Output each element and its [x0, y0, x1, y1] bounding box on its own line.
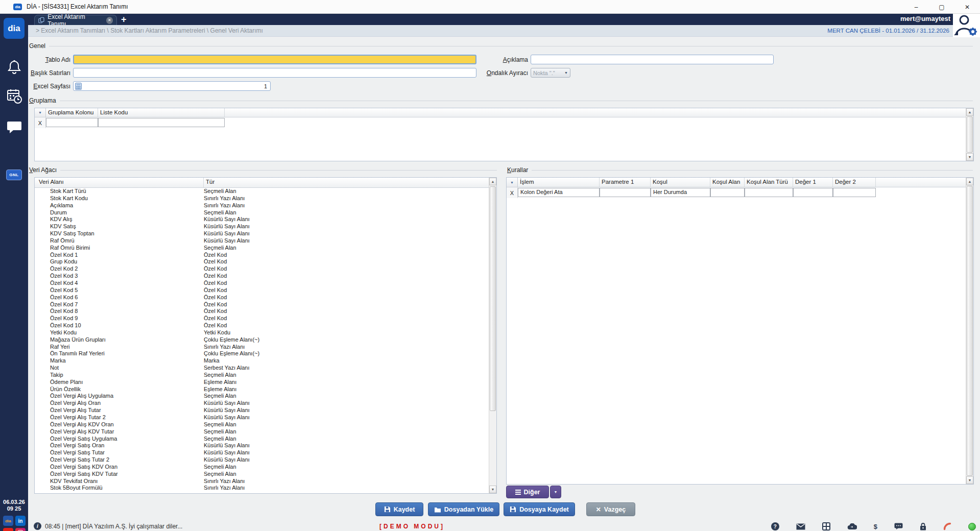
tree-row[interactable]: Özel Kod 8 Özel Kod	[35, 308, 490, 315]
tur-header[interactable]: Tür	[204, 178, 490, 187]
islem-header[interactable]: İşlem	[518, 178, 600, 187]
ondalik-ayiraci-select[interactable]: Nokta "." ▼	[531, 68, 570, 78]
gruplama-kolonu-cell[interactable]	[46, 118, 98, 127]
sms-icon[interactable]	[894, 523, 903, 530]
info-icon[interactable]: i	[34, 522, 41, 530]
linkedin-icon[interactable]: in	[15, 516, 26, 526]
tree-row[interactable]: Özel Kod 10 Özel Kod	[35, 322, 490, 329]
kosul-alan-turu-header[interactable]: Koşul Alan Türü	[745, 178, 793, 187]
aciklama-input[interactable]	[531, 55, 774, 64]
kosul-header[interactable]: Koşul	[651, 178, 710, 187]
scroll-thumb[interactable]	[967, 116, 973, 153]
youtube-icon[interactable]: ▶	[3, 528, 13, 531]
deger1-header[interactable]: Değer 1	[793, 178, 833, 187]
lock-icon[interactable]	[920, 523, 926, 530]
tree-row[interactable]: Açıklama Sınırlı Yazı Alanı	[35, 202, 490, 209]
maximize-button[interactable]: ▢	[929, 0, 954, 14]
parametre1-header[interactable]: Parametre 1	[600, 178, 651, 187]
tree-row[interactable]: Raf Ömrü Birimi Seçmeli Alan	[35, 245, 490, 252]
veri-agaci-scrollbar[interactable]: ▲ ▼	[489, 178, 496, 493]
tree-row[interactable]: Özel Vergi Satış Tutar 2 Küsürlü Sayı Al…	[35, 456, 490, 464]
deger1-cell[interactable]	[793, 188, 833, 197]
scroll-thumb[interactable]	[490, 186, 496, 411]
kosul-alan-cell[interactable]	[710, 188, 745, 197]
tree-row[interactable]: Özel Kod 2 Özel Kod	[35, 266, 490, 273]
tab-close-icon[interactable]: ✕	[106, 17, 113, 24]
kurallar-scrollbar[interactable]: ▲ ▼	[966, 178, 973, 484]
help-icon[interactable]: ?	[771, 522, 779, 530]
diger-dropdown-button[interactable]: ▼	[550, 486, 561, 498]
close-button[interactable]: ✕	[954, 0, 980, 14]
tree-row[interactable]: Raf Yeri Sınırlı Yazı Alanı	[35, 344, 490, 351]
deger2-cell[interactable]	[833, 188, 876, 197]
kurallar-row-marker[interactable]: X	[507, 187, 518, 198]
tree-row[interactable]: Özel Vergi Satış KDV Tutar Seçmeli Alan	[35, 471, 490, 478]
instagram-icon[interactable]	[15, 528, 26, 531]
tree-row[interactable]: KDV Satış Küsürlü Sayı Alanı	[35, 223, 490, 230]
dosyaya-kaydet-button[interactable]: Dosyaya Kaydet	[504, 502, 575, 516]
tree-row[interactable]: Özel Kod 6 Özel Kod	[35, 294, 490, 301]
gruplama-scrollbar[interactable]: ▲ ▼	[966, 108, 973, 161]
tree-row[interactable]: Stok Kart Kodu Sınırlı Yazı Alanı	[35, 195, 490, 202]
deger2-header[interactable]: Değer 2	[833, 178, 876, 187]
dosyadan-yukle-button[interactable]: Dosyadan Yükle	[428, 502, 499, 516]
calendar-clock-icon[interactable]	[0, 88, 28, 104]
tab-excel-aktarim-tanimi[interactable]: Excel Aktarım Tanımı ✕	[34, 15, 117, 25]
dia-logo[interactable]: dia	[4, 18, 25, 39]
tree-row[interactable]: Özel Vergi Satış Oran Küsürlü Sayı Alanı	[35, 442, 490, 449]
tree-row[interactable]: Stok 5Boyut Formülü Sınırlı Yazı Alanı	[35, 485, 490, 492]
gnl-badge[interactable]: GNL	[6, 170, 22, 180]
tree-row[interactable]: Özel Vergi Alış Tutar Küsürlü Sayı Alanı	[35, 407, 490, 414]
kosul-alan-header[interactable]: Koşul Alan	[710, 178, 745, 187]
tree-row[interactable]: KDV Alış Küsürlü Sayı Alanı	[35, 216, 490, 223]
scroll-thumb[interactable]	[967, 186, 973, 476]
excel-sayfasi-input[interactable]: 1	[73, 81, 271, 91]
tree-row[interactable]: Durum Seçmeli Alan	[35, 209, 490, 216]
tree-row[interactable]: Ürün Özellik Eşleme Alanı	[35, 386, 490, 393]
tree-row[interactable]: KDV Tevkifat Oranı Sınırlı Yazı Alanı	[35, 478, 490, 485]
tree-row[interactable]: Özel Kod 5 Özel Kod	[35, 287, 490, 294]
scroll-down-icon[interactable]: ▼	[489, 486, 496, 493]
kaydet-button[interactable]: Kaydet	[375, 502, 423, 516]
apps-grid-icon[interactable]	[822, 522, 830, 530]
new-tab-button[interactable]: +	[121, 14, 127, 25]
kurallar-filter-button[interactable]: ▼	[507, 178, 518, 187]
scroll-up-icon[interactable]: ▲	[966, 178, 973, 185]
dia-social-icon[interactable]: dia	[3, 516, 13, 526]
parametre1-cell[interactable]	[600, 188, 651, 197]
gruplama-filter-button[interactable]: ▼	[35, 108, 46, 117]
tree-row[interactable]: Özel Kod 7 Özel Kod	[35, 301, 490, 308]
cloud-sync-icon[interactable]	[847, 523, 857, 530]
diger-button[interactable]: Diğer	[506, 486, 549, 498]
gear-icon[interactable]	[969, 28, 977, 36]
tree-row[interactable]: Özel Vergi Satış Uygulama Seçmeli Alan	[35, 436, 490, 443]
minimize-button[interactable]: –	[903, 0, 929, 14]
gruplama-row-marker[interactable]: X	[35, 117, 46, 128]
tree-row[interactable]: Özel Kod 3 Özel Kod	[35, 273, 490, 280]
tree-row[interactable]: Özel Kod 1 Özel Kod	[35, 252, 490, 259]
tree-row[interactable]: Raf Ömrü Küsürlü Sayı Alanı	[35, 237, 490, 245]
tree-row[interactable]: Not Serbest Yazı Alanı	[35, 365, 490, 372]
tree-row[interactable]: Özel Kod 4 Özel Kod	[35, 280, 490, 287]
tree-row[interactable]: Özel Vergi Alış Uygulama Seçmeli Alan	[35, 393, 490, 400]
tree-row[interactable]: Özel Vergi Satış Tutar Küsürlü Sayı Alan…	[35, 449, 490, 456]
mail-icon[interactable]	[796, 523, 805, 530]
tablo-adi-input[interactable]	[73, 55, 476, 64]
vazgec-button[interactable]: ✕ Vazgeç	[586, 502, 635, 516]
tree-row[interactable]: Özel Vergi Alış KDV Tutar Seçmeli Alan	[35, 428, 490, 436]
phone-icon[interactable]	[943, 522, 951, 530]
liste-kodu-header[interactable]: Liste Kodu	[98, 108, 225, 117]
tree-row[interactable]: KDV Satış Toptan Küsürlü Sayı Alanı	[35, 230, 490, 237]
kosul-cell[interactable]: Her Durumda	[651, 188, 710, 197]
tree-row[interactable]: Ön Tanımlı Raf Yerleri Çoklu Eşleme Alan…	[35, 350, 490, 357]
scroll-down-icon[interactable]: ▼	[966, 153, 973, 161]
scroll-up-icon[interactable]: ▲	[489, 178, 496, 185]
tree-row[interactable]: Özel Vergi Satış KDV Oran Seçmeli Alan	[35, 464, 490, 471]
profile-corner[interactable]	[953, 14, 980, 37]
chat-icon[interactable]	[0, 120, 28, 134]
scroll-down-icon[interactable]: ▼	[966, 476, 973, 484]
veri-alani-header[interactable]: Veri Alanı	[35, 178, 204, 187]
tree-row[interactable]: Özel Kod 9 Özel Kod	[35, 315, 490, 322]
tree-row[interactable]: Grup Kodu Özel Kod	[35, 258, 490, 266]
islem-cell[interactable]: Kolon Değeri Ata	[518, 188, 600, 197]
